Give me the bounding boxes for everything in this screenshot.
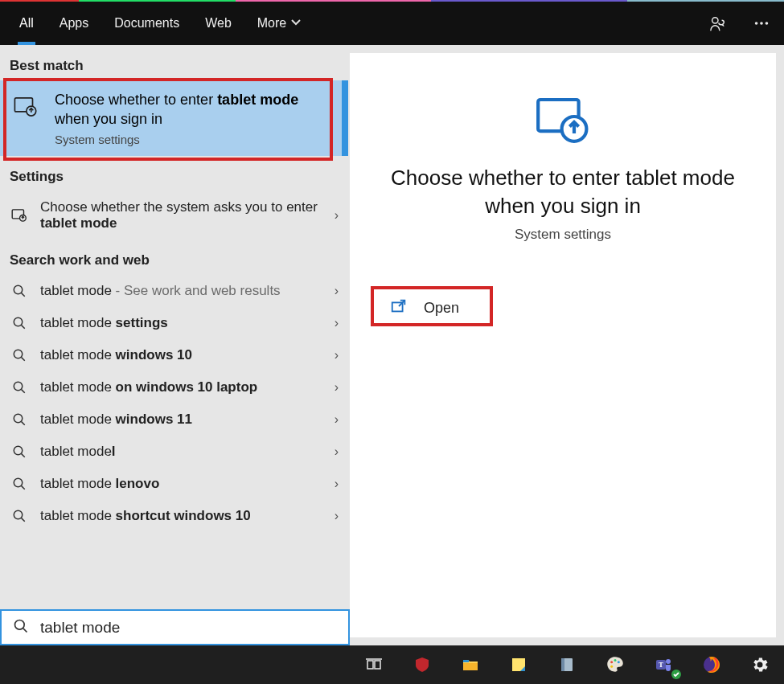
tablet-settings-icon [10, 207, 29, 224]
chevron-right-icon: › [335, 444, 339, 459]
svg-point-13 [14, 446, 23, 455]
tablet-settings-icon [8, 90, 43, 146]
section-settings: Settings [0, 156, 350, 191]
taskbar-journal[interactable] [543, 645, 591, 684]
search-icon [10, 316, 29, 330]
svg-point-12 [14, 414, 23, 423]
web-result[interactable]: tablet mode lenovo› [0, 468, 350, 500]
search-icon [10, 380, 29, 395]
best-match-title: Choose whether to enter tablet mode when… [55, 90, 333, 129]
search-box[interactable] [0, 609, 350, 645]
web-result[interactable]: tablet model› [0, 436, 350, 468]
feedback-icon[interactable] [702, 7, 734, 39]
taskbar-settings[interactable] [736, 645, 784, 684]
svg-point-9 [14, 317, 23, 326]
svg-point-27 [610, 661, 613, 663]
svg-point-11 [14, 382, 23, 391]
search-tabs-bar: All Apps Documents Web More [0, 2, 784, 45]
web-result-text: tablet mode settings [40, 315, 342, 331]
svg-point-3 [766, 22, 769, 25]
svg-point-2 [760, 22, 763, 25]
settings-result[interactable]: Choose whether the system asks you to en… [0, 191, 350, 240]
svg-point-30 [610, 666, 613, 668]
taskbar-mcafee[interactable] [398, 645, 446, 684]
chevron-right-icon: › [335, 477, 339, 491]
web-result-text: tablet mode - See work and web results [40, 283, 342, 299]
taskbar-sticky-notes[interactable] [495, 645, 543, 684]
section-best-match: Best match [0, 45, 350, 80]
search-icon [13, 618, 29, 637]
web-result-text: tablet model [40, 444, 342, 460]
web-result[interactable]: tablet mode on windows 10 laptop› [0, 371, 350, 403]
svg-rect-20 [367, 661, 373, 669]
svg-rect-21 [375, 661, 380, 669]
svg-point-33 [666, 659, 671, 664]
taskbar-teams[interactable]: T [639, 645, 688, 684]
web-result-text: tablet mode windows 10 [40, 347, 342, 363]
svg-point-15 [14, 510, 23, 519]
svg-point-28 [614, 659, 616, 661]
tab-more[interactable]: More [244, 2, 314, 45]
results-column: Best match Choose whether to enter table… [0, 45, 350, 645]
svg-point-19 [15, 620, 25, 629]
taskbar-task-view[interactable] [350, 645, 398, 684]
web-result-text: tablet mode lenovo [40, 476, 342, 492]
best-match-subtitle: System settings [55, 133, 333, 146]
preview-pane: Choose whether to enter tablet mode when… [350, 53, 776, 637]
open-icon [390, 297, 408, 319]
chevron-right-icon: › [335, 412, 339, 427]
section-search-work-web: Search work and web [0, 240, 350, 275]
web-result[interactable]: tablet mode settings› [0, 307, 350, 339]
svg-point-29 [618, 661, 620, 663]
search-icon [10, 348, 29, 362]
web-result[interactable]: tablet mode - See work and web results› [0, 275, 350, 307]
taskbar-paint[interactable] [591, 645, 639, 684]
tab-all[interactable]: All [6, 2, 47, 45]
search-icon [10, 477, 29, 491]
preview-subtitle: System settings [372, 227, 753, 243]
search-icon [10, 284, 29, 298]
tab-web[interactable]: Web [192, 2, 244, 45]
web-result[interactable]: tablet mode shortcut windows 10› [0, 500, 350, 532]
svg-rect-22 [463, 663, 478, 670]
preview-title: Choose whether to enter tablet mode when… [374, 164, 752, 220]
svg-text:T: T [659, 661, 663, 669]
web-result[interactable]: tablet mode windows 10› [0, 339, 350, 371]
selection-indicator [342, 80, 348, 156]
search-icon [10, 444, 29, 459]
svg-point-14 [14, 478, 23, 487]
tab-apps[interactable]: Apps [47, 2, 101, 45]
more-options-icon[interactable] [745, 7, 778, 39]
web-result-text: tablet mode windows 11 [40, 412, 342, 428]
chevron-right-icon: › [335, 509, 339, 523]
svg-point-8 [14, 285, 23, 294]
chevron-right-icon: › [335, 284, 339, 298]
svg-point-10 [14, 350, 23, 358]
search-input[interactable] [39, 618, 340, 637]
svg-point-1 [755, 22, 758, 25]
taskbar-firefox[interactable] [688, 645, 736, 684]
chevron-right-icon: › [335, 380, 339, 395]
tab-documents[interactable]: Documents [101, 2, 192, 45]
taskbar: T [0, 645, 784, 684]
web-result-text: tablet mode on windows 10 laptop [40, 379, 342, 395]
preview-tablet-icon [372, 88, 753, 156]
svg-rect-23 [463, 660, 469, 662]
web-result[interactable]: tablet mode windows 11› [0, 403, 350, 436]
search-icon [10, 509, 29, 523]
taskbar-file-explorer[interactable] [446, 645, 495, 684]
open-button-label: Open [424, 300, 459, 317]
chevron-right-icon: › [335, 316, 339, 330]
search-icon [10, 412, 29, 427]
svg-rect-26 [561, 658, 564, 671]
svg-point-0 [712, 18, 718, 23]
chevron-right-icon: › [335, 208, 339, 223]
chevron-right-icon: › [335, 348, 339, 362]
chevron-down-icon [291, 16, 301, 31]
settings-result-text: Choose whether the system asks you to en… [40, 199, 342, 231]
open-button[interactable]: Open [372, 291, 477, 326]
web-result-text: tablet mode shortcut windows 10 [40, 508, 342, 524]
best-match-result[interactable]: Choose whether to enter tablet mode when… [0, 80, 343, 156]
